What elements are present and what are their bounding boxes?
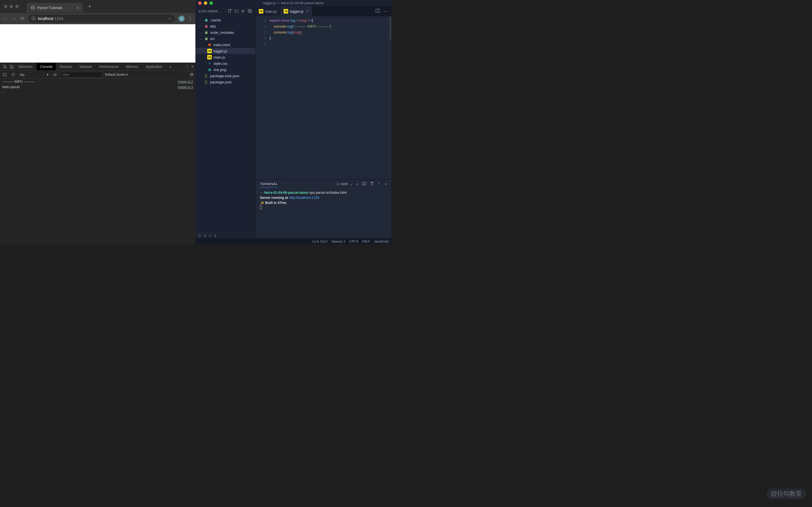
css-icon: #	[207, 61, 212, 66]
close-icon[interactable]: ×	[77, 5, 79, 10]
file-item[interactable]: {}package.json	[195, 79, 255, 85]
editor-tab[interactable]: JSmain.js	[255, 6, 280, 16]
browser-tab[interactable]: Parcel Tutorials ×	[27, 3, 83, 12]
editor-tabs: JSmain.js JSlogger.js× ⋯	[255, 6, 391, 16]
sidebar-toggle-icon[interactable]	[2, 71, 8, 78]
editor-tab[interactable]: JSlogger.js×	[280, 6, 312, 16]
file-item[interactable]: {}package-lock.json	[195, 73, 255, 79]
terminal-tabs: TERMINAL ⋯ 1: node ⌄ + ⌃ ×	[255, 179, 391, 188]
terminal-cursor	[260, 205, 262, 209]
trash-icon[interactable]	[370, 182, 373, 186]
device-icon[interactable]	[8, 64, 15, 70]
code-content[interactable]: export const log = msg ⇒ { console.log('…	[269, 16, 391, 179]
console-output: ---------- INFO ---------- logger.js:2 h…	[0, 78, 195, 244]
minimap-thumb[interactable]	[390, 17, 391, 40]
terminal-select[interactable]: 1: node ⌄	[337, 182, 352, 186]
devtools-panel: Elements Console Sources Network Perform…	[0, 62, 195, 244]
new-terminal-icon[interactable]: +	[356, 182, 359, 186]
new-tab-button[interactable]: +	[88, 3, 91, 10]
code-editor[interactable]: 12345 export const log = msg ⇒ { console…	[255, 16, 391, 179]
devtools-tab-elements[interactable]: Elements	[15, 63, 36, 70]
chevron-right-icon: ›	[199, 31, 202, 34]
devtools-close-icon[interactable]: ×	[191, 64, 194, 69]
explorer-header: EXPLORER... ⟳	[195, 6, 255, 16]
more-icon[interactable]: ⋯	[283, 182, 286, 186]
file-item[interactable]: #style.css	[195, 60, 255, 66]
file-item[interactable]: JSlogger.js	[195, 48, 255, 54]
indent-setting[interactable]: Spaces: 2	[332, 240, 345, 243]
log-levels-select[interactable]: Default levels ▾	[105, 73, 128, 76]
folder-icon: ▣	[204, 30, 208, 35]
chevron-up-icon[interactable]: ⌃	[377, 182, 380, 186]
profile-avatar[interactable]	[179, 15, 185, 22]
explorer-label: EXPLORER...	[199, 10, 221, 13]
file-item[interactable]: JSmain.js	[195, 54, 255, 60]
console-source-link[interactable]: logger.js:2	[177, 80, 193, 83]
devtools-tab-application[interactable]: Application	[142, 63, 165, 70]
json-icon: {}	[204, 80, 208, 84]
encoding[interactable]: UTF-8	[349, 240, 358, 243]
file-item[interactable]: ⬣index.html	[195, 42, 255, 48]
cursor-position[interactable]: Ln 4, Col 2	[313, 240, 327, 243]
folder-icon: ▣	[204, 36, 208, 41]
devtools-tab-performance[interactable]: Performance	[96, 63, 122, 70]
maximize-dot[interactable]	[15, 5, 18, 8]
globe-icon	[31, 5, 35, 10]
collapse-icon[interactable]	[248, 9, 252, 14]
terminal-tab[interactable]: TERMINAL	[260, 180, 278, 187]
close-dot[interactable]	[4, 5, 7, 8]
console-line: ---------- INFO ---------- logger.js:2	[0, 79, 195, 84]
close-icon[interactable]: ×	[306, 9, 309, 13]
js-icon: JS	[259, 9, 263, 13]
eye-icon[interactable]	[52, 71, 58, 78]
file-item[interactable]: ▣zce.png	[195, 66, 255, 73]
folder-item[interactable]: ›▣dist	[195, 23, 255, 29]
devtools-menu-icon[interactable]: ⋮	[185, 64, 190, 69]
eol[interactable]: CRLF	[362, 240, 370, 243]
settings-icon[interactable]: ⚙	[190, 72, 194, 77]
new-file-icon[interactable]	[228, 9, 232, 14]
console-prompt[interactable]: ›	[0, 90, 195, 95]
devtools-tab-more[interactable]: »	[166, 63, 175, 70]
devtools-tab-memory[interactable]: Memory	[123, 63, 142, 70]
devtools-tab-sources[interactable]: Sources	[56, 63, 75, 70]
context-select[interactable]: top▾	[18, 73, 50, 76]
filter-input[interactable]	[60, 72, 103, 77]
bookmark-icon[interactable]: ☆	[168, 16, 172, 21]
console-source-link[interactable]: logger.js:3	[177, 85, 193, 89]
reload-button[interactable]: ⟳	[20, 15, 25, 22]
minimap[interactable]	[389, 16, 391, 179]
clear-console-icon[interactable]	[10, 71, 16, 78]
browser-menu-icon[interactable]: ⋮	[188, 16, 193, 21]
inspect-icon[interactable]	[2, 64, 8, 70]
console-toolbar: top▾ Default levels ▾ ⚙	[0, 71, 195, 78]
minimize-dot[interactable]	[10, 5, 13, 8]
more-actions-icon[interactable]: ⋯	[384, 9, 388, 14]
vscode-traffic-lights	[198, 1, 213, 5]
minimize-dot[interactable]	[204, 1, 207, 5]
json-icon: {}	[204, 73, 208, 78]
chevron-down-icon: ⌄	[350, 182, 352, 186]
split-terminal-icon[interactable]	[362, 182, 366, 186]
image-icon: ▣	[207, 67, 212, 72]
refresh-icon[interactable]: ⟳	[241, 9, 245, 14]
info-icon[interactable]: ⓘ	[32, 16, 36, 21]
back-button[interactable]: ←	[3, 16, 8, 22]
language-mode[interactable]: JavaScript	[374, 240, 389, 243]
split-editor-icon[interactable]	[375, 9, 380, 14]
forward-button[interactable]: →	[11, 16, 16, 22]
folder-item[interactable]: ›▣node_modules	[195, 29, 255, 36]
problems-summary[interactable]: ⓧ0 ⚠0	[195, 233, 255, 238]
svg-rect-15	[248, 9, 251, 12]
close-dot[interactable]	[198, 1, 202, 5]
close-panel-icon[interactable]: ×	[385, 182, 387, 186]
devtools-tab-network[interactable]: Network	[76, 63, 95, 70]
address-bar[interactable]: ⓘ localhost:1234 ☆	[28, 15, 175, 22]
maximize-dot[interactable]	[209, 1, 213, 5]
devtools-tab-console[interactable]: Console	[37, 63, 56, 70]
vscode-titlebar: logger.js — fed-e-01-04-06-parcel-demo	[195, 0, 391, 6]
terminal-output[interactable]: → fed-e-01-04-06-parcel-demo npx parcel …	[255, 188, 391, 238]
new-folder-icon[interactable]	[235, 9, 239, 14]
folder-item[interactable]: ›▣.cache	[195, 17, 255, 23]
folder-item[interactable]: ⌄▣src	[195, 36, 255, 42]
